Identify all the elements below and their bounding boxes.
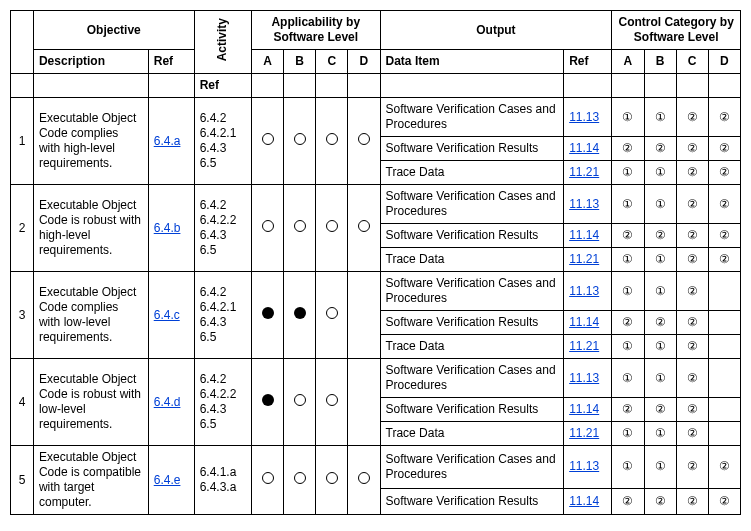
col-cc-A: A xyxy=(612,50,644,74)
output-item: Software Verification Cases and Procedur… xyxy=(380,185,564,224)
output-ref-link[interactable]: 11.13 xyxy=(569,110,599,124)
appl-cell xyxy=(316,446,348,515)
cc-cell: ② xyxy=(676,398,708,422)
col-description: Description xyxy=(33,50,148,74)
row-ref: 6.4.e xyxy=(148,446,194,515)
cc-cell: ① xyxy=(644,446,676,489)
output-ref-link[interactable]: 11.14 xyxy=(569,494,599,508)
cc-cell: ① xyxy=(644,335,676,359)
cc-cell: ② xyxy=(676,422,708,446)
appl-cell xyxy=(348,185,380,272)
output-ref-link[interactable]: 11.13 xyxy=(569,197,599,211)
row-ref: 6.4.a xyxy=(148,98,194,185)
output-ref: 11.13 xyxy=(564,272,612,311)
output-ref: 11.14 xyxy=(564,224,612,248)
open-circle-icon xyxy=(262,220,274,232)
objective-ref-link[interactable]: 6.4.c xyxy=(154,308,180,322)
output-ref-link[interactable]: 11.21 xyxy=(569,426,599,440)
table-row: 4Executable Object Code is robust with l… xyxy=(11,359,741,398)
cc-cell: ① xyxy=(644,272,676,311)
cc-cell: ② xyxy=(708,446,740,489)
appl-cell xyxy=(252,359,284,446)
cc-cell: ① xyxy=(612,335,644,359)
cc-cell: ② xyxy=(612,137,644,161)
output-ref: 11.13 xyxy=(564,185,612,224)
objective-ref-link[interactable]: 6.4.a xyxy=(154,134,181,148)
appl-cell xyxy=(284,185,316,272)
row-ref: 6.4.d xyxy=(148,359,194,446)
row-num: 2 xyxy=(11,185,34,272)
cc-cell: ② xyxy=(676,137,708,161)
output-ref: 11.14 xyxy=(564,311,612,335)
objective-ref-link[interactable]: 6.4.e xyxy=(154,473,181,487)
cc-cell: ② xyxy=(676,248,708,272)
row-activity: 6.4.2 6.4.2.2 6.4.3 6.5 xyxy=(194,185,251,272)
output-item: Trace Data xyxy=(380,422,564,446)
col-activity: Activity xyxy=(194,11,251,74)
cc-cell: ① xyxy=(644,422,676,446)
output-ref-link[interactable]: 11.14 xyxy=(569,228,599,242)
output-item: Software Verification Results xyxy=(380,488,564,514)
open-circle-icon xyxy=(358,133,370,145)
output-ref-link[interactable]: 11.14 xyxy=(569,141,599,155)
row-num: 5 xyxy=(11,446,34,515)
objective-ref-link[interactable]: 6.4.b xyxy=(154,221,181,235)
col-A: A xyxy=(252,50,284,74)
output-ref-link[interactable]: 11.21 xyxy=(569,252,599,266)
open-circle-icon xyxy=(262,472,274,484)
filled-circle-icon xyxy=(294,307,306,319)
cc-cell: ② xyxy=(708,137,740,161)
open-circle-icon xyxy=(326,220,338,232)
output-item: Software Verification Results xyxy=(380,224,564,248)
cc-cell: ① xyxy=(612,161,644,185)
col-num xyxy=(11,11,34,74)
col-cc: Control Category by Software Level xyxy=(612,11,741,50)
cc-cell: ② xyxy=(676,488,708,514)
appl-cell xyxy=(348,272,380,359)
row-ref: 6.4.c xyxy=(148,272,194,359)
table-row: 3Executable Object Code complies with lo… xyxy=(11,272,741,311)
cc-cell: ② xyxy=(612,224,644,248)
cc-cell: ① xyxy=(612,446,644,489)
cc-cell xyxy=(708,422,740,446)
output-ref-link[interactable]: 11.21 xyxy=(569,339,599,353)
appl-cell xyxy=(316,185,348,272)
open-circle-icon xyxy=(326,472,338,484)
col-D: D xyxy=(348,50,380,74)
col-C: C xyxy=(316,50,348,74)
output-ref: 11.14 xyxy=(564,488,612,514)
filled-circle-icon xyxy=(262,307,274,319)
cc-cell: ① xyxy=(612,359,644,398)
open-circle-icon xyxy=(358,220,370,232)
cc-cell: ② xyxy=(676,335,708,359)
cc-cell: ① xyxy=(612,272,644,311)
table-row: 2Executable Object Code is robust with h… xyxy=(11,185,741,224)
output-ref-link[interactable]: 11.13 xyxy=(569,459,599,473)
cc-cell xyxy=(708,359,740,398)
appl-cell xyxy=(284,446,316,515)
output-ref-link[interactable]: 11.21 xyxy=(569,165,599,179)
appl-cell xyxy=(284,98,316,185)
row-num: 1 xyxy=(11,98,34,185)
objective-ref-link[interactable]: 6.4.d xyxy=(154,395,181,409)
col-output: Output xyxy=(380,11,612,50)
cc-cell: ② xyxy=(676,311,708,335)
col-B: B xyxy=(284,50,316,74)
output-ref-link[interactable]: 11.13 xyxy=(569,371,599,385)
col-ref2: Ref xyxy=(564,50,612,74)
col-ref1: Ref xyxy=(148,50,194,74)
output-ref-link[interactable]: 11.14 xyxy=(569,402,599,416)
cc-cell: ② xyxy=(708,98,740,137)
cc-cell xyxy=(708,335,740,359)
output-ref-link[interactable]: 11.14 xyxy=(569,315,599,329)
col-objective: Objective xyxy=(33,11,194,50)
cc-cell: ② xyxy=(644,137,676,161)
row-desc: Executable Object Code is robust with lo… xyxy=(33,359,148,446)
open-circle-icon xyxy=(326,394,338,406)
output-ref: 11.14 xyxy=(564,398,612,422)
output-item: Software Verification Cases and Procedur… xyxy=(380,98,564,137)
output-ref-link[interactable]: 11.13 xyxy=(569,284,599,298)
appl-cell xyxy=(348,98,380,185)
cc-cell: ① xyxy=(644,359,676,398)
open-circle-icon xyxy=(326,307,338,319)
